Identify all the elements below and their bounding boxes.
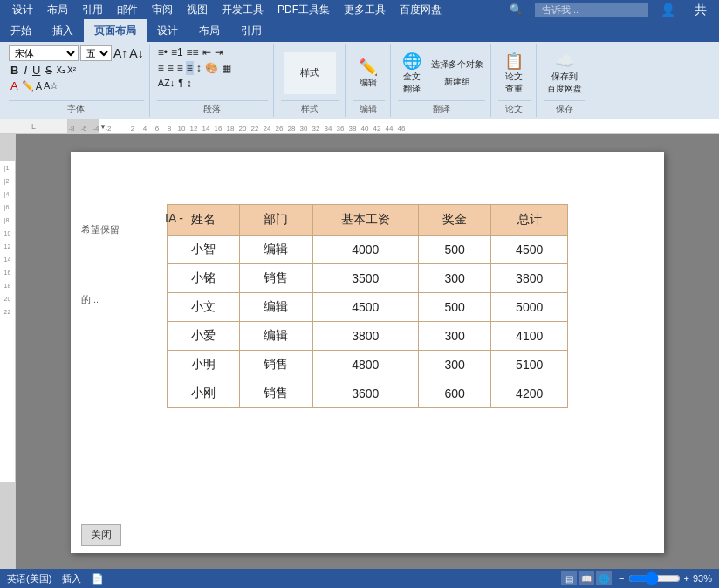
show-marks-btn[interactable]: ¶ — [177, 77, 184, 89]
menu-item-layout[interactable]: 布局 — [40, 0, 75, 19]
zoom-decrease-btn[interactable]: − — [619, 573, 624, 584]
ruler-v-shaded-bottom — [0, 482, 15, 569]
ruler-num: 44 — [386, 125, 394, 133]
ruler-num: 30 — [300, 125, 308, 133]
ruler-num: -4 — [92, 125, 99, 133]
thesis-label: 论文查重 — [505, 71, 523, 95]
align-right-btn[interactable]: ≡ — [176, 61, 184, 75]
horizontal-ruler: ▼ -8 -6 -4 -2 2 4 6 8 10 12 14 16 18 20 … — [68, 119, 719, 133]
justify-btn[interactable]: ≡ — [186, 61, 194, 75]
edit-group-label: 编辑 — [353, 100, 385, 115]
zoom-increase-btn[interactable]: + — [684, 573, 689, 584]
menu-item-baidu[interactable]: 百度网盘 — [393, 0, 449, 19]
cell-3-1: 编辑 — [240, 322, 312, 351]
page-area[interactable]: 希望保留 的... IA - 姓名 部门 基本工资 奖金 总计 — [16, 134, 719, 569]
border-btn[interactable]: ▦ — [221, 61, 232, 75]
list-bullet-btn[interactable]: ≡• — [157, 45, 168, 59]
menu-item-view[interactable]: 视图 — [180, 0, 215, 19]
ruler-num: 42 — [373, 125, 381, 133]
font-shadow-btn[interactable]: A☆ — [44, 80, 58, 92]
align-center-btn[interactable]: ≡ — [167, 61, 175, 75]
tab-active[interactable]: 页面布局 — [84, 19, 147, 42]
ruler-num: 32 — [312, 125, 320, 133]
ruler-num: 20 — [239, 125, 247, 133]
font-color-btn[interactable]: A — [9, 79, 20, 92]
cell-5-0: 小刚 — [168, 379, 240, 408]
view-web-btn[interactable]: 🌐 — [596, 571, 612, 585]
font-size-select[interactable]: 五号 — [80, 45, 112, 61]
search-icon: 🔍 — [503, 0, 530, 19]
cell-3-0: 小爱 — [168, 322, 240, 351]
menu-item-pdf[interactable]: PDF工具集 — [270, 0, 337, 19]
cell-0-0: 小智 — [168, 236, 240, 264]
paragraph-spacing-btn[interactable]: ↨ — [186, 77, 193, 89]
italic-btn[interactable]: I — [22, 64, 29, 77]
styles-gallery[interactable]: 样式 — [284, 52, 336, 94]
menu-item-references[interactable]: 引用 — [75, 0, 110, 19]
highlight-btn[interactable]: ✏️ — [22, 80, 34, 92]
ruler-num: -2 — [105, 125, 111, 133]
ruler-num: 34 — [325, 125, 332, 133]
strikethrough-btn[interactable]: S̶ — [44, 64, 54, 77]
share-icon[interactable]: 共 — [688, 0, 714, 19]
line-spacing-btn[interactable]: ↕ — [195, 61, 202, 75]
font-shrink-icon[interactable]: A↓ — [129, 46, 143, 60]
superscript-btn[interactable]: X² — [67, 65, 76, 75]
edit-icon: ✏️ — [359, 58, 378, 77]
clear-format-btn[interactable]: Ā — [36, 81, 42, 92]
thesis-group-label: 论文 — [498, 100, 531, 115]
align-left-btn[interactable]: ≡ — [157, 61, 165, 75]
sort-btn[interactable]: AZ↓ — [157, 77, 176, 89]
thesis-check-btn[interactable]: 📋 论文查重 — [500, 50, 528, 97]
edit-btn[interactable]: ✏️ 编辑 — [354, 56, 382, 91]
list-number-btn[interactable]: ≡1 — [170, 45, 184, 59]
zoom-slider[interactable] — [628, 571, 681, 585]
view-read-btn[interactable]: 📖 — [579, 571, 594, 585]
view-print-btn[interactable]: ▤ — [561, 571, 577, 585]
save-baidu-btn[interactable]: ☁️ 保存到百度网盘 — [544, 50, 585, 97]
ruler-num: 6 — [155, 125, 159, 133]
bold-btn[interactable]: B — [9, 64, 20, 77]
status-lang: 英语(美国) — [7, 572, 51, 585]
close-panel-button[interactable]: 关闭 — [81, 524, 121, 546]
menu-item-more[interactable]: 更多工具 — [337, 0, 393, 19]
list-multi-btn[interactable]: ≡≡ — [186, 45, 200, 59]
search-input[interactable] — [535, 3, 648, 17]
vertical-ruler-numbers: |1| |2| |4| |6| |8| 10 12 14 16 18 20 22 — [0, 161, 15, 315]
font-group: 宋体 五号 A↑ A↓ B I U S̶ X₂ X² A ✏️ Ā A☆ — [3, 44, 150, 117]
subscript-btn[interactable]: X₂ — [56, 65, 65, 75]
tab-ref[interactable]: 引用 — [230, 19, 272, 42]
ruler-num: 16 — [215, 125, 223, 133]
underline-btn[interactable]: U — [31, 64, 42, 77]
font-name-select[interactable]: 宋体 — [9, 45, 79, 61]
new-group-btn[interactable]: 新建组 — [429, 74, 485, 90]
tab-insert[interactable]: 插入 — [42, 19, 84, 42]
cell-1-0: 小铭 — [168, 264, 240, 293]
ruler-num: 28 — [288, 125, 296, 133]
menu-item-review[interactable]: 审阅 — [145, 0, 180, 19]
indent-increase-btn[interactable]: ⇥ — [214, 45, 224, 59]
ruler-num: 46 — [398, 125, 406, 133]
font-grow-icon[interactable]: A↑ — [113, 46, 127, 60]
ruler-num: 12 — [190, 125, 198, 133]
ruler-v-shaded-top — [0, 134, 15, 161]
zoom-level: 93% — [693, 573, 712, 584]
paragraph-group-label: 段落 — [157, 100, 268, 115]
cell-0-3: 500 — [419, 236, 491, 264]
table-header-row: 姓名 部门 基本工资 奖金 总计 — [168, 205, 568, 236]
menu-item-devtools[interactable]: 开发工具 — [215, 0, 270, 19]
menu-item-mail[interactable]: 邮件 — [110, 0, 145, 19]
status-mode: 插入 — [62, 572, 81, 585]
menu-item-design[interactable]: 设计 — [5, 0, 40, 19]
tab-layout[interactable]: 布局 — [188, 19, 230, 42]
shading-btn[interactable]: 🎨 — [204, 61, 219, 75]
cell-1-2: 3500 — [312, 264, 419, 293]
select-multi-btn[interactable]: 选择多个对象 — [429, 57, 485, 72]
indent-decrease-btn[interactable]: ⇤ — [202, 45, 212, 59]
tab-home[interactable]: 开始 — [0, 19, 42, 42]
cell-3-3: 300 — [419, 322, 491, 351]
view-buttons: ▤ 📖 🌐 — [561, 571, 612, 585]
tab-design[interactable]: 设计 — [147, 19, 188, 42]
full-translate-btn[interactable]: 🌐 全文翻译 — [398, 50, 426, 97]
user-icon[interactable]: 👤 — [654, 0, 682, 19]
